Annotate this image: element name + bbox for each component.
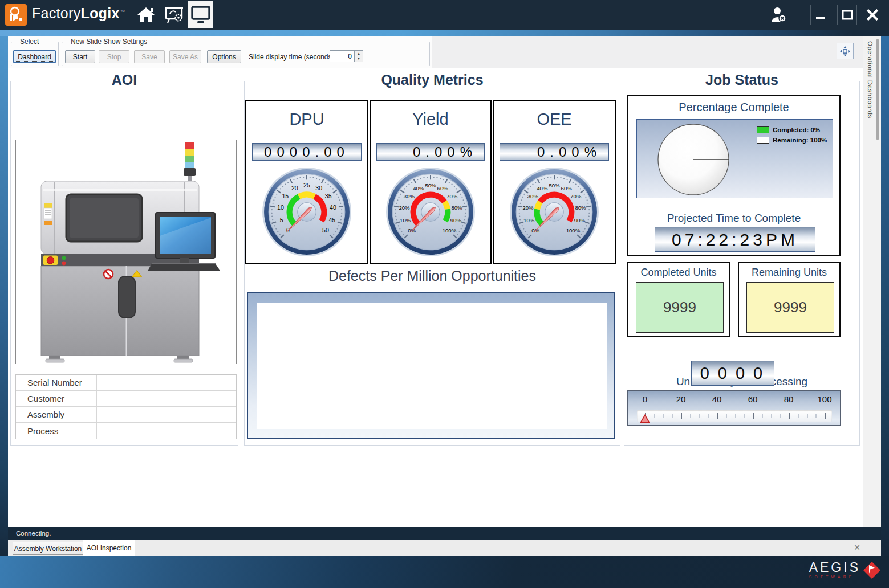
- aoi-machine-image: [15, 140, 237, 364]
- dpu-gauge: 05101520253035404550: [262, 167, 352, 257]
- svg-text:50: 50: [322, 227, 329, 234]
- aegis-flag-icon: [863, 561, 881, 580]
- frame-top-band: [0, 30, 889, 36]
- svg-text:50%: 50%: [425, 182, 436, 189]
- aegis-logo: AEGIS SOFTWARE: [809, 561, 881, 580]
- svg-text:80%: 80%: [451, 205, 462, 211]
- side-tab-edge-bar: [876, 39, 879, 140]
- slide-time-spinner[interactable]: ▲▼: [355, 50, 363, 62]
- percentage-complete-pie: [655, 121, 732, 200]
- minimize-button[interactable]: [810, 5, 830, 25]
- svg-text:10%: 10%: [400, 217, 411, 223]
- table-row: Serial Number: [16, 375, 236, 391]
- completed-units-title: Completed Units: [628, 267, 729, 279]
- maximize-button[interactable]: [837, 5, 857, 25]
- svg-text:40%: 40%: [537, 185, 548, 191]
- svg-text:10%: 10%: [523, 217, 535, 223]
- tab-assembly-workstation[interactable]: Assembly Workstation: [13, 542, 83, 555]
- svg-text:70%: 70%: [446, 193, 458, 199]
- side-tab-operational-dashboards[interactable]: Operational Dashboards: [867, 41, 874, 119]
- svg-text:90%: 90%: [450, 217, 462, 223]
- slide-time-input[interactable]: [330, 50, 355, 62]
- serial-number-label: Serial Number: [16, 375, 97, 390]
- remaining-legend-label: Remaining: 100%: [773, 137, 827, 144]
- close-button[interactable]: [862, 5, 882, 25]
- quality-metrics-title: Quality Metrics: [374, 72, 490, 88]
- panel-close-icon[interactable]: ✕: [852, 542, 862, 553]
- svg-text:50%: 50%: [549, 182, 560, 189]
- completed-units-value: 9999: [636, 282, 724, 333]
- save-button[interactable]: Save: [134, 50, 165, 63]
- yield-label: Yield: [371, 110, 490, 129]
- svg-text:40%: 40%: [413, 185, 424, 191]
- percentage-complete-title: Percentage Complete: [628, 101, 839, 114]
- customer-label: Customer: [16, 391, 97, 406]
- home-icon[interactable]: [133, 2, 159, 27]
- oee-display: 0.00%: [500, 143, 609, 161]
- options-button[interactable]: Options: [207, 50, 241, 63]
- units-ready-ruler: 020406080100: [627, 390, 841, 426]
- aoi-panel-title: AOI: [105, 72, 144, 88]
- svg-text:90%: 90%: [574, 217, 586, 223]
- projected-time-display: 07:22:23PM: [655, 227, 815, 252]
- svg-text:30%: 30%: [527, 193, 539, 199]
- frame-left-band: [0, 36, 8, 556]
- content-area: Select Dashboard New Slide Show Settings…: [8, 36, 881, 556]
- yield-gauge: 0%10%20%30%40%50%60%70%80%90%100%: [385, 167, 476, 257]
- svg-text:15: 15: [282, 193, 289, 199]
- titlebar: FactoryLogix™: [0, 0, 889, 30]
- user-logoff-icon[interactable]: [766, 2, 791, 27]
- completed-units-box: Completed Units 9999: [627, 262, 730, 337]
- svg-text:40: 40: [330, 204, 336, 211]
- svg-text:10: 10: [277, 204, 284, 211]
- aoi-panel: AOI: [10, 81, 238, 446]
- start-button[interactable]: Start: [65, 50, 95, 63]
- tab-aoi-inspection[interactable]: AOI Inspection: [83, 540, 135, 556]
- svg-text:20: 20: [291, 185, 298, 191]
- svg-text:45: 45: [328, 217, 335, 223]
- dpmo-chart: [247, 292, 615, 439]
- dpu-display: 0000.00: [252, 143, 362, 161]
- slide-time-label: Slide display time (seconds):: [249, 53, 336, 61]
- app-brand: FactoryLogix™: [32, 5, 125, 22]
- dashboard-monitor-icon[interactable]: [188, 1, 213, 28]
- oee-gauge: 0%10%20%30%40%50%60%70%80%90%100%: [509, 167, 599, 257]
- bottom-tab-strip: Assembly Workstation AOI Inspection ✕: [8, 540, 881, 556]
- percentage-complete-box: Percentage Complete Completed: 0% Remain…: [627, 95, 841, 256]
- dashboard-button[interactable]: Dashboard: [13, 50, 56, 63]
- dpmo-chart-plot-area: [257, 303, 607, 429]
- dpmo-title: Defects Per Million Opportunities: [244, 268, 620, 284]
- ribbon-panel: Select Dashboard New Slide Show Settings…: [8, 36, 432, 68]
- presentation-settings-icon[interactable]: [162, 2, 187, 27]
- frame-bottom-band: AEGIS SOFTWARE: [0, 556, 889, 588]
- svg-text:5: 5: [280, 217, 283, 223]
- completed-swatch: [757, 126, 769, 133]
- serial-number-value: [97, 375, 236, 390]
- frame-right-band: [881, 36, 889, 556]
- process-label: Process: [16, 423, 97, 439]
- assembly-value: [97, 407, 236, 422]
- app-window: FactoryLogix™: [0, 0, 889, 588]
- svg-text:70%: 70%: [570, 193, 582, 199]
- process-value: [97, 423, 236, 439]
- units-ready-display: 0000: [691, 361, 774, 386]
- status-text: Connecting.: [16, 530, 51, 537]
- oee-meter: OEE 0.00% 0%10%20%30%40%50%60%70%80%90%1…: [493, 100, 616, 264]
- side-tab-strip: Operational Dashboards: [863, 36, 881, 527]
- layout-move-button[interactable]: [837, 43, 854, 59]
- svg-text:20%: 20%: [399, 205, 410, 211]
- svg-text:60%: 60%: [437, 185, 449, 191]
- remaining-units-box: Remaining Units 9999: [738, 262, 841, 337]
- remaining-swatch: [757, 137, 769, 144]
- aegis-brand-text: AEGIS: [809, 561, 860, 574]
- stop-button[interactable]: Stop: [99, 50, 129, 63]
- save-as-button[interactable]: Save As: [169, 50, 201, 63]
- legend-item-completed: Completed: 0%: [757, 126, 820, 133]
- svg-text:60%: 60%: [561, 185, 573, 191]
- dpu-meter: DPU 0000.00 05101520253035404550: [245, 100, 368, 264]
- svg-text:80%: 80%: [575, 205, 586, 211]
- legend-item-remaining: Remaining: 100%: [757, 137, 827, 144]
- svg-text:25: 25: [303, 182, 310, 189]
- factorylogix-logo-glyph: [5, 4, 27, 26]
- yield-meter: Yield 0.00% 0%10%20%30%40%50%60%70%80%90…: [370, 100, 492, 264]
